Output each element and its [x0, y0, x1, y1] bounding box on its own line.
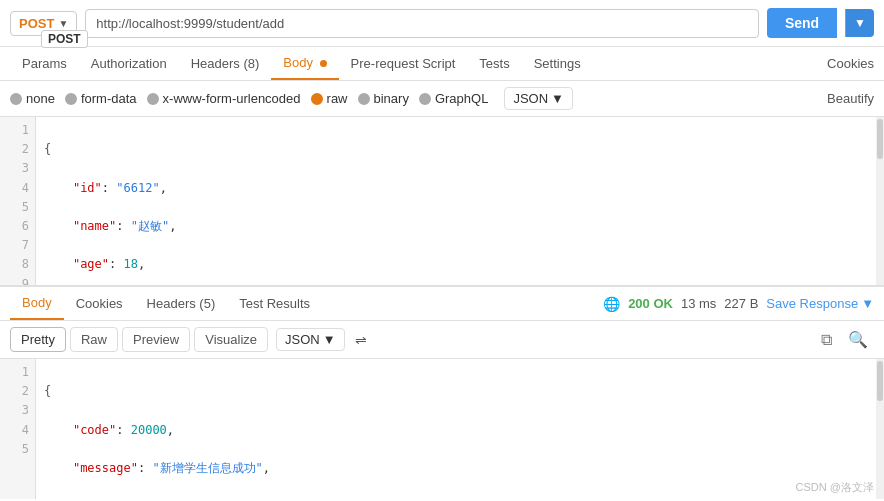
- request-scrollbar[interactable]: [876, 117, 884, 285]
- copy-button[interactable]: ⧉: [815, 329, 838, 351]
- response-editor: 12345 { "code": 20000, "message": "新增学生信…: [0, 359, 884, 499]
- beautify-button[interactable]: Beautify: [827, 91, 874, 106]
- radio-urlencoded-circle: [147, 93, 159, 105]
- response-code-content[interactable]: { "code": 20000, "message": "新增学生信息成功", …: [36, 359, 884, 499]
- json-format-label: JSON: [513, 91, 548, 106]
- response-line-numbers: 12345: [0, 359, 36, 499]
- radio-binary[interactable]: binary: [358, 91, 409, 106]
- response-json-chevron-icon: ▼: [323, 332, 336, 347]
- save-response-button[interactable]: Save Response ▼: [766, 296, 874, 311]
- watermark: CSDN @洛文泽: [796, 480, 874, 495]
- radio-raw[interactable]: raw: [311, 91, 348, 106]
- response-json-label: JSON: [285, 332, 320, 347]
- json-format-select[interactable]: JSON ▼: [504, 87, 573, 110]
- format-tab-pretty[interactable]: Pretty: [10, 327, 66, 352]
- format-tab-raw[interactable]: Raw: [70, 327, 118, 352]
- radio-raw-circle: [311, 93, 323, 105]
- method-selector[interactable]: POST ▼ POST: [10, 11, 77, 36]
- radio-binary-label: binary: [374, 91, 409, 106]
- tab-settings[interactable]: Settings: [522, 48, 593, 79]
- request-editor: 123456789 { "id": "6612", "name": "赵敏", …: [0, 117, 884, 287]
- radio-graphql[interactable]: GraphQL: [419, 91, 488, 106]
- save-response-chevron-icon: ▼: [861, 296, 874, 311]
- body-type-bar: none form-data x-www-form-urlencoded raw…: [0, 81, 884, 117]
- format-tab-visualize[interactable]: Visualize: [194, 327, 268, 352]
- response-tab-body[interactable]: Body: [10, 287, 64, 320]
- url-input[interactable]: [85, 9, 759, 38]
- globe-icon: 🌐: [603, 296, 620, 312]
- radio-none[interactable]: none: [10, 91, 55, 106]
- radio-graphql-label: GraphQL: [435, 91, 488, 106]
- body-dot-indicator: [320, 60, 327, 67]
- tab-params[interactable]: Params: [10, 48, 79, 79]
- radio-urlencoded[interactable]: x-www-form-urlencoded: [147, 91, 301, 106]
- response-tab-test-results[interactable]: Test Results: [227, 288, 322, 319]
- response-format-bar: Pretty Raw Preview Visualize JSON ▼ ⇌ ⧉ …: [0, 321, 884, 359]
- response-tab-bar: Body Cookies Headers (5) Test Results 🌐 …: [0, 287, 884, 321]
- radio-graphql-circle: [419, 93, 431, 105]
- method-label: POST: [19, 16, 54, 31]
- radio-form-data-label: form-data: [81, 91, 137, 106]
- format-tab-preview[interactable]: Preview: [122, 327, 190, 352]
- filter-icon[interactable]: ⇌: [355, 332, 367, 348]
- tab-headers[interactable]: Headers (8): [179, 48, 272, 79]
- tab-pre-request[interactable]: Pre-request Script: [339, 48, 468, 79]
- radio-form-data[interactable]: form-data: [65, 91, 137, 106]
- response-tab-headers[interactable]: Headers (5): [135, 288, 228, 319]
- top-bar: POST ▼ POST Send ▼: [0, 0, 884, 47]
- response-json-format-select[interactable]: JSON ▼: [276, 328, 345, 351]
- radio-none-circle: [10, 93, 22, 105]
- radio-binary-circle: [358, 93, 370, 105]
- radio-raw-label: raw: [327, 91, 348, 106]
- tab-body[interactable]: Body: [271, 47, 338, 80]
- method-tooltip: POST: [41, 30, 88, 48]
- send-chevron-button[interactable]: ▼: [845, 9, 874, 37]
- response-meta: 🌐 200 OK 13 ms 227 B Save Response ▼: [603, 296, 874, 312]
- response-tab-cookies[interactable]: Cookies: [64, 288, 135, 319]
- response-scrollbar-thumb: [877, 361, 883, 401]
- radio-form-data-circle: [65, 93, 77, 105]
- radio-none-label: none: [26, 91, 55, 106]
- response-status: 200 OK: [628, 296, 673, 311]
- response-scrollbar[interactable]: [876, 359, 884, 499]
- method-chevron-icon: ▼: [58, 18, 68, 29]
- tab-authorization[interactable]: Authorization: [79, 48, 179, 79]
- radio-urlencoded-label: x-www-form-urlencoded: [163, 91, 301, 106]
- tab-tests[interactable]: Tests: [467, 48, 521, 79]
- response-time: 13 ms: [681, 296, 716, 311]
- json-format-chevron-icon: ▼: [551, 91, 564, 106]
- request-tab-nav: Params Authorization Headers (8) Body Pr…: [0, 47, 884, 81]
- response-size: 227 B: [724, 296, 758, 311]
- request-scrollbar-thumb: [877, 119, 883, 159]
- cookies-link[interactable]: Cookies: [827, 48, 874, 79]
- search-button[interactable]: 🔍: [842, 328, 874, 351]
- request-code-content[interactable]: { "id": "6612", "name": "赵敏", "age": 18,…: [36, 117, 884, 285]
- request-line-numbers: 123456789: [0, 117, 36, 285]
- send-button[interactable]: Send: [767, 8, 837, 38]
